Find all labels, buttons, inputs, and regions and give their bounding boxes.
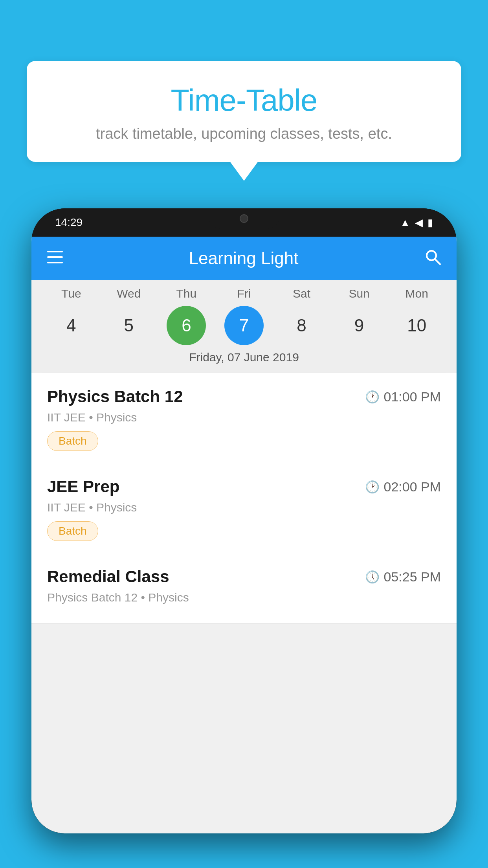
schedule-item-0[interactable]: Physics Batch 12 🕐 01:00 PM IIT JEE • Ph… — [31, 373, 457, 463]
schedule-title-1: JEE Prep — [47, 477, 119, 496]
schedule-time-text-0: 01:00 PM — [383, 389, 441, 405]
schedule-subtitle-1: IIT JEE • Physics — [47, 501, 441, 514]
svg-line-4 — [435, 259, 440, 264]
speech-bubble-container: Time-Table track timetable, upcoming cla… — [27, 61, 461, 162]
menu-icon[interactable] — [47, 250, 63, 267]
app-bar: Learning Light — [31, 237, 457, 280]
day-label-thu: Thu — [167, 287, 206, 300]
schedule-item-1[interactable]: JEE Prep 🕑 02:00 PM IIT JEE • Physics Ba… — [31, 463, 457, 553]
batch-badge-0: Batch — [47, 431, 98, 451]
date-10[interactable]: 10 — [397, 306, 437, 345]
date-6-today[interactable]: 6 — [167, 306, 206, 345]
svg-rect-0 — [47, 251, 63, 252]
speech-bubble: Time-Table track timetable, upcoming cla… — [27, 61, 461, 162]
day-label-fri: Fri — [224, 287, 264, 300]
schedule-title-2: Remedial Class — [47, 567, 169, 586]
phone-frame: 14:29 ▲ ◀ ▮ Learning — [31, 208, 457, 833]
phone-notch — [209, 208, 279, 229]
schedule-time-text-2: 05:25 PM — [383, 569, 441, 585]
bubble-title: Time-Table — [50, 83, 438, 118]
wifi-icon: ▲ — [400, 217, 410, 229]
clock-icon-1: 🕑 — [365, 480, 380, 494]
date-8[interactable]: 8 — [282, 306, 321, 345]
search-icon[interactable] — [424, 248, 441, 268]
bubble-subtitle: track timetable, upcoming classes, tests… — [50, 125, 438, 142]
phone-screen: Learning Light Tue Wed Thu Fri Sat Sun — [31, 237, 457, 833]
schedule-item-header-2: Remedial Class 🕔 05:25 PM — [47, 567, 441, 586]
schedule-title-0: Physics Batch 12 — [47, 387, 183, 406]
battery-icon: ▮ — [427, 217, 433, 229]
app-bar-title: Learning Light — [63, 248, 424, 268]
schedule-time-2: 🕔 05:25 PM — [365, 569, 441, 585]
day-label-sun: Sun — [339, 287, 379, 300]
day-label-tue: Tue — [51, 287, 91, 300]
status-time: 14:29 — [55, 216, 83, 229]
svg-rect-2 — [47, 262, 63, 263]
date-4[interactable]: 4 — [51, 306, 91, 345]
schedule-item-2[interactable]: Remedial Class 🕔 05:25 PM Physics Batch … — [31, 553, 457, 623]
schedule-item-header-1: JEE Prep 🕑 02:00 PM — [47, 477, 441, 496]
svg-rect-1 — [47, 256, 63, 258]
day-label-wed: Wed — [109, 287, 149, 300]
schedule-time-text-1: 02:00 PM — [383, 479, 441, 495]
schedule-item-header-0: Physics Batch 12 🕐 01:00 PM — [47, 387, 441, 406]
schedule-list: Physics Batch 12 🕐 01:00 PM IIT JEE • Ph… — [31, 373, 457, 623]
day-label-sat: Sat — [282, 287, 321, 300]
front-camera — [240, 214, 248, 223]
calendar-days-header: Tue Wed Thu Fri Sat Sun Mon — [31, 287, 457, 300]
status-bar: 14:29 ▲ ◀ ▮ — [31, 208, 457, 237]
clock-icon-2: 🕔 — [365, 570, 380, 584]
calendar-dates: 4 5 6 7 8 9 10 — [31, 306, 457, 345]
signal-icon: ◀ — [415, 217, 423, 229]
day-label-mon: Mon — [397, 287, 437, 300]
status-icons: ▲ ◀ ▮ — [400, 217, 433, 229]
batch-badge-1: Batch — [47, 521, 98, 541]
schedule-subtitle-0: IIT JEE • Physics — [47, 411, 441, 424]
date-5[interactable]: 5 — [109, 306, 149, 345]
schedule-subtitle-2: Physics Batch 12 • Physics — [47, 591, 441, 604]
date-9[interactable]: 9 — [339, 306, 379, 345]
schedule-time-1: 🕑 02:00 PM — [365, 479, 441, 495]
schedule-time-0: 🕐 01:00 PM — [365, 389, 441, 405]
calendar-strip: Tue Wed Thu Fri Sat Sun Mon 4 5 6 7 8 9 … — [31, 280, 457, 373]
clock-icon-0: 🕐 — [365, 390, 380, 404]
date-7-selected[interactable]: 7 — [224, 306, 264, 345]
phone-container: 14:29 ▲ ◀ ▮ Learning — [31, 208, 457, 868]
selected-date-label: Friday, 07 June 2019 — [31, 345, 457, 368]
